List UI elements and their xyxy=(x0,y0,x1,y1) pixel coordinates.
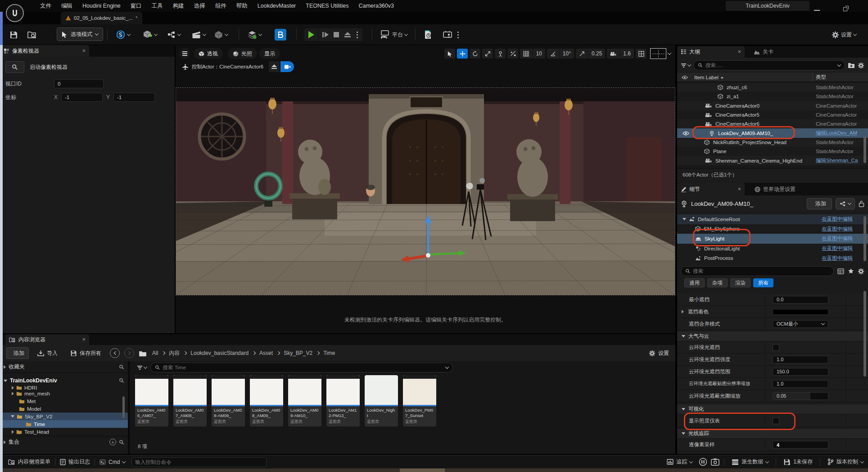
cb-search[interactable] xyxy=(150,363,453,372)
details-settings-button[interactable] xyxy=(858,268,864,275)
cloud-ao-strength-input[interactable]: 1.0 xyxy=(773,356,828,363)
outliner-row[interactable]: Plane StaticMeshActor xyxy=(677,147,868,156)
cloud-ao-map-resolution-input[interactable]: 1.0 xyxy=(773,380,828,388)
chip-misc[interactable]: 杂项 xyxy=(707,278,728,287)
maximize-viewport-button[interactable] xyxy=(636,49,646,59)
occlusion-combine-mode-select[interactable]: OCM最小 xyxy=(773,320,828,328)
add-collection-icon[interactable]: + xyxy=(109,439,116,445)
save-button[interactable] xyxy=(7,28,20,41)
outliner-scrollbar[interactable] xyxy=(863,136,866,163)
add-asset-button[interactable]: 添加 xyxy=(6,347,29,359)
back-button[interactable] xyxy=(110,348,120,358)
edit-in-blueprint-link[interactable]: 在蓝图中编辑 xyxy=(822,245,853,252)
viewport-scene[interactable] xyxy=(176,88,675,295)
angle-snap-control[interactable]: 10° xyxy=(547,49,574,59)
add-actor-button[interactable] xyxy=(140,28,159,41)
details-search[interactable] xyxy=(681,266,834,276)
tab-pixel-inspector[interactable]: i 像素检视器 xyxy=(0,45,89,57)
derived-data-button[interactable]: 派生数据 xyxy=(727,455,773,469)
cloud-ao-extent-input[interactable]: 150.0 xyxy=(773,368,828,376)
cloud-ambient-occlusion-checkbox[interactable] xyxy=(773,344,779,351)
outliner-row[interactable]: zi_a1 StaticMeshActor xyxy=(677,92,868,101)
edit-in-blueprint-link[interactable]: 在蓝图中编辑 xyxy=(822,226,853,232)
menu-components[interactable]: 组件 xyxy=(210,0,231,12)
frame-skip-button[interactable] xyxy=(321,32,330,37)
camera-preview-toggle[interactable] xyxy=(650,48,671,59)
show-illuminance-meter-checkbox[interactable] xyxy=(773,418,779,424)
menu-camera360v3[interactable]: Camera360v3 xyxy=(353,0,399,12)
surface-snap-button[interactable] xyxy=(507,49,518,59)
move-tool-button[interactable] xyxy=(457,49,468,59)
expander-icon[interactable] xyxy=(683,218,686,220)
outliner-search[interactable] xyxy=(693,60,845,70)
menu-houdini-engine[interactable]: Houdini Engine xyxy=(77,0,126,12)
console-input-field[interactable] xyxy=(131,457,267,467)
expander-icon[interactable] xyxy=(11,415,14,418)
minimize-button[interactable] xyxy=(814,6,820,12)
tab-details[interactable]: 细节 xyxy=(677,183,745,195)
edit-in-blueprint-link[interactable]: 在蓝图中编辑 xyxy=(822,235,853,242)
component-row[interactable]: SM_SkySphere 在蓝图中编辑 xyxy=(677,224,868,234)
stop-button[interactable] xyxy=(334,32,339,37)
coord-x-field[interactable] xyxy=(61,93,103,102)
eye-icon[interactable] xyxy=(683,131,689,136)
outliner-row[interactable]: CineCameraActor5 CineCameraActor xyxy=(677,110,868,119)
trace-button[interactable]: 追踪 xyxy=(662,455,697,469)
folder-row[interactable]: Sky_BP_V2 xyxy=(0,413,128,420)
menu-tools[interactable]: 工具 xyxy=(147,0,168,12)
coord-y-field[interactable] xyxy=(113,93,155,102)
tab-content-browser[interactable]: 内容浏览器 xyxy=(5,334,89,345)
stop-piloting-button[interactable] xyxy=(269,61,280,72)
camera-view-toggle[interactable] xyxy=(280,61,294,72)
section-visualization[interactable]: 可视化 xyxy=(677,404,868,414)
cloud-ao-aperture-slider[interactable]: 0.05 xyxy=(773,392,828,400)
cb-settings-button[interactable]: 设置 xyxy=(649,349,669,357)
tab-levels[interactable]: 关卡 xyxy=(750,46,777,58)
section-atmosphere-cloud[interactable]: 大气与云 xyxy=(677,331,868,341)
close-icon[interactable] xyxy=(82,48,86,54)
play-settings-dots-icon[interactable] xyxy=(357,34,358,36)
component-row[interactable]: PostProcess 在蓝图中编辑 xyxy=(677,253,868,263)
project-root-row[interactable]: TrainLookDevEniv xyxy=(0,376,128,386)
section-raytracing[interactable]: 光线追踪 xyxy=(677,429,868,439)
folder-row[interactable]: men_mesh xyxy=(0,390,128,397)
component-row-selected[interactable]: SkyLight 在蓝图中编辑 xyxy=(677,234,868,244)
viewport-id-field[interactable] xyxy=(54,79,104,88)
menu-teones-utilities[interactable]: TEONES Utilities xyxy=(301,0,353,12)
asset-tile[interactable]: LookDev_AM06_AM07_蓝图类 xyxy=(135,375,168,427)
screenshot-button[interactable] xyxy=(709,455,721,469)
menu-help[interactable]: 帮助 xyxy=(231,0,253,12)
folder-row[interactable]: HDRI xyxy=(0,386,128,390)
cinematics-button[interactable] xyxy=(189,28,208,41)
close-icon[interactable] xyxy=(82,336,86,343)
expander-icon[interactable] xyxy=(12,430,14,434)
components-scrollbar[interactable] xyxy=(863,216,866,261)
cmd-select[interactable]: Cmd xyxy=(95,455,130,469)
expander-icon[interactable] xyxy=(12,392,14,395)
view-mode-select[interactable]: 光照 xyxy=(228,48,257,59)
chip-general[interactable]: 通用 xyxy=(684,278,705,287)
add-component-button[interactable]: 添加 xyxy=(807,198,832,209)
visibility-column-eye-icon[interactable] xyxy=(682,75,688,80)
landscape-foliage-button[interactable] xyxy=(245,28,264,41)
level-tab[interactable]: 02_05_Lookdev_basic_... * xyxy=(61,12,142,24)
outliner-row[interactable]: Shenman_Camera_Cinema_HighEnd 编辑Shenman_… xyxy=(677,156,868,165)
forward-button[interactable] xyxy=(124,348,134,358)
scale-snap-control[interactable]: 0.25 xyxy=(576,49,605,59)
content-drawer-button[interactable]: 内容侧滑菜单 xyxy=(4,455,55,469)
menu-lookdevmaster[interactable]: LookdevMaster xyxy=(253,0,301,12)
folder-row[interactable]: Model xyxy=(0,405,128,413)
breadcrumb-time[interactable]: Time xyxy=(322,350,336,356)
output-log-button[interactable]: 输出日志 xyxy=(55,455,95,469)
device-output-button[interactable] xyxy=(440,28,455,41)
save-all-button[interactable]: 保存所有 xyxy=(66,347,105,359)
outliner-filter-button[interactable] xyxy=(681,63,691,68)
asset-tile[interactable]: LookDev_PM07_Sunset蓝图类 xyxy=(403,375,436,427)
tab-outliner[interactable]: 大纲 xyxy=(677,46,745,58)
display-options-button[interactable] xyxy=(837,268,844,274)
pilot-actor-button[interactable]: 控制Actor：CineCameraActor6 xyxy=(177,61,268,72)
menu-window[interactable]: 窗口 xyxy=(126,0,147,12)
collections-row[interactable]: 集合 + xyxy=(0,436,128,448)
item-label-column-header[interactable]: Item Label xyxy=(694,75,719,80)
breadcrumb-content[interactable]: 内容 xyxy=(168,349,181,357)
